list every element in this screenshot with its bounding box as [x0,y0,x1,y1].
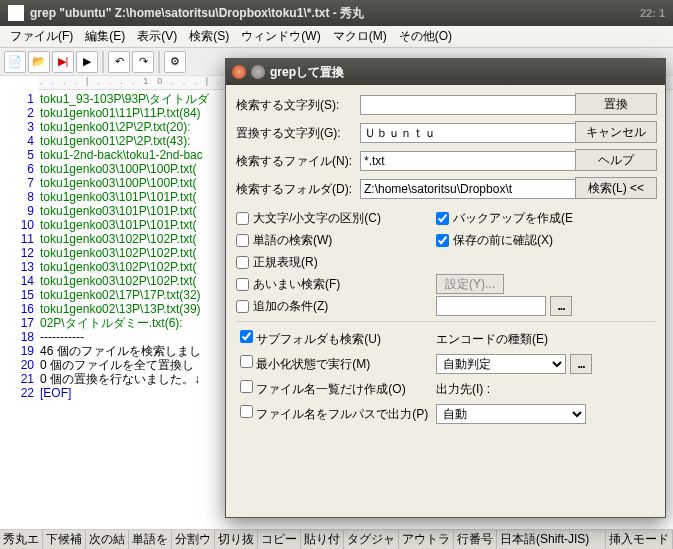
tb-new-icon[interactable]: 📄 [4,51,26,73]
folder-label: 検索するフォルダ(D): [236,181,356,198]
tb-open-icon[interactable]: 📂 [28,51,50,73]
encoding-label: エンコードの種類(E) [436,331,548,348]
sb-6[interactable]: コピー [258,530,301,549]
regex-label: 正規表現(R) [253,254,318,271]
minimized-label: 最小化状態で実行(M) [256,357,370,371]
folder-input[interactable] [360,179,607,199]
fullpath-label: ファイル名をフルパスで出力(P) [256,407,428,421]
close-icon[interactable] [232,65,246,79]
sb-1[interactable]: 下候補 [43,530,86,549]
regex-checkbox[interactable] [236,256,249,269]
minimize-icon[interactable] [251,65,265,79]
menu-view[interactable]: 表示(V) [131,26,183,47]
statusbar: 秀丸エ 下候補 次の結 単語を 分割ウ 切り抜 コピー 貼り付 タグジャ アウト… [0,529,673,549]
tb-tool-icon[interactable]: ⚙ [164,51,186,73]
output-select[interactable]: 自動 [436,404,586,424]
menu-other[interactable]: その他(O) [393,26,458,47]
cancel-button[interactable]: キャンセル [575,121,657,143]
menu-file[interactable]: ファイル(F) [4,26,79,47]
replace-label: 置換する文字列(G): [236,125,356,142]
clock: 22: 1 [640,7,665,19]
help-button[interactable]: ヘルプ [575,149,657,171]
tb-redo-icon[interactable]: ↷ [132,51,154,73]
app-icon [8,5,24,21]
dialog-titlebar[interactable]: grepして置換 [226,59,665,85]
sb-encoding[interactable]: 日本語(Shift-JIS) [497,530,606,549]
menu-search[interactable]: 検索(S) [183,26,235,47]
sb-2[interactable]: 次の結 [86,530,129,549]
sb-8[interactable]: タグジャ [344,530,399,549]
word-label: 単語の検索(W) [253,232,332,249]
sb-5[interactable]: 切り抜 [215,530,258,549]
case-label: 大文字/小文字の区別(C) [253,210,381,227]
backup-label: バックアップを作成(E [453,210,573,227]
fullpath-checkbox[interactable] [240,405,253,418]
fuzzy-label: あいまい検索(F) [253,276,340,293]
grep-replace-dialog: grepして置換 検索する文字列(S): ▼ 置換する文字列(G): ▼ 検索す… [225,58,666,518]
fuzzy-checkbox[interactable] [236,278,249,291]
sb-mode[interactable]: 挿入モード [606,530,673,549]
confirm-label: 保存の前に確認(X) [453,232,553,249]
confirm-checkbox[interactable] [436,234,449,247]
sb-3[interactable]: 単語を [129,530,172,549]
sb-4[interactable]: 分割ウ [172,530,215,549]
encoding-browse-button[interactable]: ... [570,354,592,374]
encoding-select[interactable]: 自動判定 [436,354,566,374]
backup-checkbox[interactable] [436,212,449,225]
listonly-checkbox[interactable] [240,380,253,393]
replace-button[interactable]: 置換 [575,93,657,115]
menu-edit[interactable]: 編集(E) [79,26,131,47]
search-label: 検索する文字列(S): [236,97,356,114]
fuzzy-settings-button[interactable]: 設定(Y)... [436,274,504,294]
subfolder-label: サブフォルダも検索(U) [256,332,381,346]
search-button[interactable]: 検索(L) << [575,177,657,199]
case-checkbox[interactable] [236,212,249,225]
line-gutter: 12345678910111213141516171819202122 [0,76,38,529]
window-title: grep "ubuntu" Z:\home\satoritsu\Dropbox\… [30,5,364,22]
main-titlebar: grep "ubuntu" Z:\home\satoritsu\Dropbox\… [0,0,673,26]
extra-browse-button[interactable]: ... [550,296,572,316]
tb-rec-icon[interactable]: ▶| [52,51,74,73]
sb-app[interactable]: 秀丸エ [0,530,43,549]
minimized-checkbox[interactable] [240,355,253,368]
sb-9[interactable]: アウトラ [399,530,454,549]
extra-input[interactable] [436,296,546,316]
menu-window[interactable]: ウィンドウ(W) [235,26,326,47]
listonly-label: ファイル名一覧だけ作成(O) [256,382,405,396]
dialog-title: grepして置換 [270,64,344,81]
menu-macro[interactable]: マクロ(M) [327,26,393,47]
word-checkbox[interactable] [236,234,249,247]
sb-10[interactable]: 行番号 [454,530,497,549]
sb-7[interactable]: 貼り付 [301,530,344,549]
menubar: ファイル(F) 編集(E) 表示(V) 検索(S) ウィンドウ(W) マクロ(M… [0,26,673,48]
output-label: 出力先(I) : [436,381,490,398]
file-label: 検索するファイル(N): [236,153,356,170]
subfolder-checkbox[interactable] [240,330,253,343]
tb-play-icon[interactable]: ▶ [76,51,98,73]
extra-label: 追加の条件(Z) [253,298,328,315]
tb-undo-icon[interactable]: ↶ [108,51,130,73]
extra-checkbox[interactable] [236,300,249,313]
